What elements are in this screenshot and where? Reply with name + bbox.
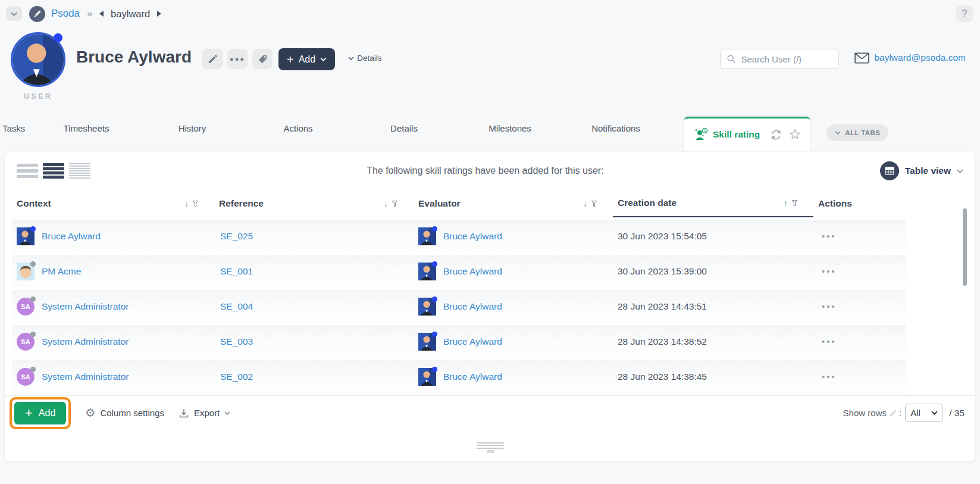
column-settings-button[interactable]: ⚙ Column settings <box>85 406 164 420</box>
column-header-actions: Actions <box>813 190 906 217</box>
edit-button[interactable] <box>202 49 223 69</box>
favorite-tab-button[interactable] <box>788 127 802 142</box>
chevron-down-icon <box>348 57 354 60</box>
column-header-reference[interactable]: Reference ↓ <box>214 190 414 217</box>
context-link[interactable]: System Administrator <box>42 371 129 382</box>
export-icon <box>179 408 189 419</box>
table-view-selector[interactable]: Table view <box>880 161 963 180</box>
density-normal-button[interactable] <box>43 163 64 179</box>
help-button[interactable]: ? <box>956 5 973 22</box>
reference-link[interactable]: SE_003 <box>220 336 253 347</box>
density-compact-button[interactable] <box>69 163 90 179</box>
table-row: PM AcmeSE_001Bruce Aylward30 Jun 2023 15… <box>12 255 906 288</box>
tab-details[interactable]: Details <box>351 123 457 144</box>
table-row: SASystem AdministratorSE_003Bruce Aylwar… <box>12 325 906 358</box>
show-rows-label: Show rows <box>843 408 887 418</box>
filter-icon[interactable] <box>192 200 199 207</box>
profile-header: USER Bruce Aylward ●●● + Add Details bay… <box>0 27 980 117</box>
evaluator-link[interactable]: Bruce Aylward <box>443 231 502 242</box>
sort-icon[interactable]: ↓ <box>184 199 189 208</box>
entity-type-label: USER <box>8 92 68 101</box>
reference-link[interactable]: SE_001 <box>220 266 253 277</box>
next-item-arrow-icon[interactable] <box>157 11 161 17</box>
table-view-icon <box>880 161 899 180</box>
context-link[interactable]: Bruce Aylward <box>42 231 101 242</box>
refresh-tab-button[interactable] <box>769 128 783 142</box>
row-actions-button[interactable]: ••• <box>822 301 837 311</box>
filter-icon[interactable] <box>392 200 398 207</box>
details-toggle[interactable]: Details <box>348 54 381 63</box>
status-dot <box>432 296 437 302</box>
density-comfortable-button[interactable] <box>17 163 38 179</box>
creation-date: 28 Jun 2023 14:38:52 <box>618 336 707 347</box>
tab-skill-rating[interactable]: $ Skill rating <box>684 117 810 151</box>
tab-milestones[interactable]: Milestones <box>457 123 563 144</box>
show-rows-select[interactable]: All <box>905 404 943 422</box>
add-dropdown-button[interactable]: + Add <box>278 48 335 70</box>
status-dot <box>30 332 36 337</box>
table-scrollbar[interactable] <box>963 208 967 286</box>
page-title: Bruce Aylward <box>76 48 192 67</box>
row-actions-button[interactable]: ••• <box>822 231 837 241</box>
edit-pencil-icon[interactable] <box>890 410 897 417</box>
show-rows-value: All <box>910 408 920 418</box>
filter-icon[interactable] <box>591 200 597 207</box>
panel-resize-handle[interactable] <box>477 441 504 453</box>
reference-link[interactable]: SE_002 <box>220 371 253 382</box>
export-button[interactable]: Export <box>179 408 230 419</box>
avatar: SA <box>17 333 35 351</box>
sort-icon[interactable]: ↓ <box>384 199 388 208</box>
status-dot <box>432 332 437 337</box>
status-dot <box>432 226 437 232</box>
evaluator-link[interactable]: Bruce Aylward <box>443 266 502 277</box>
avatar: SA <box>17 368 35 386</box>
status-dot <box>30 296 36 302</box>
column-header-evaluator[interactable]: Evaluator ↓ <box>414 190 613 217</box>
chevron-down-icon <box>224 411 230 415</box>
sort-icon[interactable]: ↓ <box>583 199 587 208</box>
row-actions-button[interactable]: ••• <box>822 371 837 382</box>
tab-history[interactable]: History <box>139 123 245 144</box>
all-tabs-button[interactable]: ALL TABS <box>826 124 888 141</box>
search-input[interactable] <box>741 54 824 64</box>
tag-button[interactable] <box>252 49 273 69</box>
skill-rating-panel: The following skill ratings have been ad… <box>5 152 975 461</box>
row-actions-button[interactable]: ••• <box>822 336 837 346</box>
summary-text: The following skill ratings have been ad… <box>90 166 880 176</box>
search-user-box[interactable] <box>720 49 839 69</box>
prev-item-arrow-icon[interactable] <box>99 11 104 17</box>
tag-icon <box>258 54 268 64</box>
add-button-highlight: + Add <box>10 397 71 429</box>
evaluator-link[interactable]: Bruce Aylward <box>443 371 502 382</box>
tab-actions[interactable]: Actions <box>245 123 351 144</box>
filter-icon[interactable] <box>791 199 798 207</box>
add-dropdown-label: Add <box>299 54 315 65</box>
tab-notifications[interactable]: Notifications <box>563 123 669 144</box>
reference-link[interactable]: SE_025 <box>220 231 253 242</box>
reference-link[interactable]: SE_004 <box>220 301 253 312</box>
status-dot <box>30 261 36 267</box>
sort-ascending-icon[interactable]: ↑ <box>784 198 788 208</box>
context-link[interactable]: PM Acme <box>42 266 81 277</box>
add-skill-rating-button[interactable]: + Add <box>14 402 66 424</box>
plus-icon: + <box>287 54 294 65</box>
tab-tasks[interactable]: Tasks <box>2 123 33 144</box>
tab-bar: TasksTimesheetsHistoryActionsDetailsMile… <box>0 117 980 151</box>
evaluator-link[interactable]: Bruce Aylward <box>443 336 502 347</box>
evaluator-link[interactable]: Bruce Aylward <box>443 301 502 312</box>
context-link[interactable]: System Administrator <box>42 301 129 312</box>
context-link[interactable]: System Administrator <box>42 336 129 347</box>
collapse-chevron-button[interactable] <box>6 7 22 21</box>
pencil-icon <box>208 54 218 64</box>
column-header-context[interactable]: Context ↓ <box>12 190 214 217</box>
more-actions-button[interactable]: ●●● <box>227 49 248 69</box>
table-view-label: Table view <box>905 166 951 176</box>
column-header-creation-date[interactable]: Creation date ↑ <box>613 191 813 217</box>
table-row: SASystem AdministratorSE_002Bruce Aylwar… <box>12 360 906 393</box>
email-link[interactable]: baylward@psoda.com <box>874 52 966 63</box>
tab-timesheets[interactable]: Timesheets <box>33 123 139 144</box>
brand-link[interactable]: Psoda <box>51 8 80 20</box>
row-actions-button[interactable]: ••• <box>822 266 837 276</box>
table-header: Context ↓ Reference ↓ Evaluator ↓ Creati… <box>12 190 906 217</box>
breadcrumb-context[interactable]: baylward <box>111 8 150 20</box>
